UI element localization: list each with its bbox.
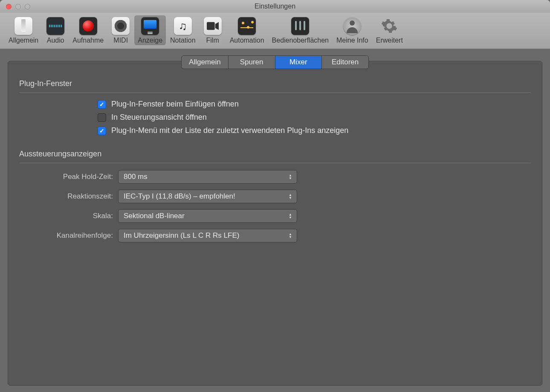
- stepper-arrows-icon: ▲▼: [286, 172, 295, 182]
- checkbox-show-recent-plugins[interactable]: [98, 127, 106, 135]
- titlebar: Einstellungen: [0, 0, 550, 13]
- checkbox-open-in-controls-view[interactable]: [98, 113, 106, 122]
- automation-icon: [238, 17, 256, 35]
- toolbar-label: Audio: [47, 37, 64, 44]
- select-scale[interactable]: Sektional dB-linear ▲▼: [118, 209, 297, 223]
- tab-allgemein[interactable]: Allgemein: [182, 56, 229, 69]
- stepper-arrows-icon: ▲▼: [286, 211, 295, 221]
- toolbar-label: Aufnahme: [72, 37, 104, 44]
- toolbar-label: Notation: [170, 37, 196, 44]
- field-row-channel-order: Kanalreihenfolge: Im Uhrzeigersinn (Ls L…: [19, 229, 531, 242]
- svg-rect-0: [207, 22, 215, 30]
- faders-icon: [291, 17, 309, 35]
- toolbar-label: Film: [206, 37, 219, 44]
- toolbar-item-bedienoberflaechen[interactable]: Bedienoberflächen: [269, 15, 332, 45]
- tab-spuren[interactable]: Spuren: [229, 56, 275, 69]
- tab-editoren[interactable]: Editoren: [322, 56, 368, 69]
- field-row-scale: Skala: Sektional dB-linear ▲▼: [19, 209, 531, 223]
- midi-port-icon: [112, 17, 130, 35]
- select-value: IEC-Typ I (11,8 dB/s) – empfohlen!: [124, 192, 235, 201]
- checkbox-row: Plug-In-Menü mit der Liste der zuletzt v…: [98, 126, 531, 135]
- select-peak-hold-time[interactable]: 800 ms ▲▼: [118, 170, 297, 184]
- field-label: Kanalreihenfolge:: [19, 231, 118, 240]
- section-level-meters: Aussteuerungsanzeigen Peak Hold-Zeit: 80…: [8, 139, 542, 242]
- waveform-icon: [46, 17, 64, 35]
- sub-tabs: Allgemein Spuren Mixer Editoren: [181, 55, 369, 69]
- preferences-toolbar: Allgemein Audio Aufnahme MIDI Anzeige ♫ …: [0, 13, 550, 49]
- field-row-peak-hold: Peak Hold-Zeit: 800 ms ▲▼: [19, 170, 531, 184]
- toolbar-label: Erweitert: [376, 37, 403, 44]
- field-label: Peak Hold-Zeit:: [19, 173, 118, 181]
- field-row-response: Reaktionszeit: IEC-Typ I (11,8 dB/s) – e…: [19, 190, 531, 203]
- toolbar-label: MIDI: [113, 37, 128, 44]
- toolbar-label: Bedienoberflächen: [272, 37, 329, 44]
- toolbar-item-notation[interactable]: ♫ Notation: [167, 15, 199, 45]
- checkbox-label: In Steuerungsansicht öffnen: [111, 113, 207, 122]
- toolbar-item-anzeige[interactable]: Anzeige: [134, 15, 166, 45]
- tab-mixer[interactable]: Mixer: [275, 56, 322, 69]
- select-value: Sektional dB-linear: [124, 212, 185, 220]
- user-icon: [343, 17, 361, 35]
- checkbox-row: In Steuerungsansicht öffnen: [98, 113, 531, 122]
- toolbar-item-film[interactable]: Film: [200, 15, 226, 45]
- toolbar-item-automation[interactable]: Automation: [226, 15, 268, 45]
- toolbar-item-erweitert[interactable]: Erweitert: [373, 15, 406, 45]
- field-label: Skala:: [19, 212, 118, 220]
- notation-icon: ♫: [174, 17, 192, 35]
- section-heading: Aussteuerungsanzeigen: [19, 150, 531, 163]
- gear-icon: [380, 17, 398, 35]
- camera-icon: [204, 17, 222, 35]
- toolbar-label: Allgemein: [9, 37, 38, 44]
- content-panel: Allgemein Spuren Mixer Editoren Plug-In-…: [8, 61, 542, 386]
- section-plugin-window: Plug-In-Fenster Plug-In-Fenster beim Ein…: [8, 69, 542, 135]
- toolbar-item-meineinfo[interactable]: Meine Info: [333, 15, 372, 45]
- record-icon: [79, 17, 97, 35]
- toolbar-item-aufnahme[interactable]: Aufnahme: [69, 15, 107, 45]
- window-title: Einstellungen: [0, 3, 550, 10]
- toolbar-label: Anzeige: [138, 37, 162, 44]
- checkbox-open-plugin-on-insert[interactable]: [98, 100, 106, 109]
- field-label: Reaktionszeit:: [19, 192, 118, 201]
- switch-icon: [14, 17, 32, 35]
- section-heading: Plug-In-Fenster: [19, 79, 531, 93]
- toolbar-item-midi[interactable]: MIDI: [108, 15, 133, 45]
- toolbar-item-allgemein[interactable]: Allgemein: [5, 15, 42, 45]
- checkbox-row: Plug-In-Fenster beim Einfügen öffnen: [98, 100, 531, 109]
- toolbar-label: Meine Info: [336, 37, 368, 44]
- toolbar-item-audio[interactable]: Audio: [43, 15, 68, 45]
- select-channel-order[interactable]: Im Uhrzeigersinn (Ls L C R Rs LFE) ▲▼: [118, 229, 297, 242]
- select-response-time[interactable]: IEC-Typ I (11,8 dB/s) – empfohlen! ▲▼: [118, 190, 297, 203]
- checkbox-label: Plug-In-Fenster beim Einfügen öffnen: [111, 100, 239, 109]
- select-value: 800 ms: [124, 173, 148, 181]
- stepper-arrows-icon: ▲▼: [286, 231, 295, 240]
- display-icon: [141, 17, 159, 35]
- toolbar-label: Automation: [230, 37, 264, 44]
- checkbox-label: Plug-In-Menü mit der Liste der zuletzt v…: [111, 126, 348, 135]
- stepper-arrows-icon: ▲▼: [286, 192, 295, 201]
- select-value: Im Uhrzeigersinn (Ls L C R Rs LFE): [124, 231, 239, 240]
